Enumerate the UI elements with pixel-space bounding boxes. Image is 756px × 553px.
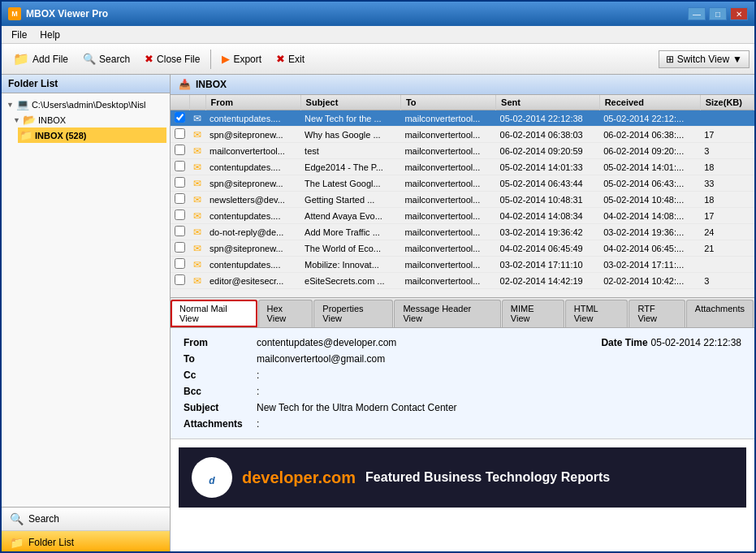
table-row[interactable]: ✉ contentupdates.... Edge2014 - The P...…	[171, 159, 754, 175]
close-button[interactable]: ✕	[730, 7, 748, 20]
row-checkbox-cell[interactable]	[171, 224, 189, 240]
col-received[interactable]: Received	[599, 95, 700, 110]
row-checkbox-cell[interactable]	[171, 208, 189, 224]
row-checkbox[interactable]	[175, 226, 185, 236]
email-icon: ✉	[193, 162, 201, 173]
tab-hex_view[interactable]: Hex View	[258, 300, 313, 327]
table-row[interactable]: ✉ contentupdates.... Attend Avaya Evo...…	[171, 208, 754, 224]
table-row[interactable]: ✉ spn@sitepronew... The World of Eco... …	[171, 240, 754, 257]
row-from: contentupdates....	[205, 110, 300, 127]
row-sent: 02-02-2014 14:42:19	[496, 273, 600, 289]
export-button[interactable]: ▶ Export	[215, 50, 268, 67]
row-icon-cell: ✉	[189, 127, 205, 143]
close-file-button[interactable]: ✖ Close File	[138, 50, 206, 67]
exit-button[interactable]: ✖ Exit	[270, 50, 311, 67]
svg-text:d: d	[209, 475, 215, 486]
minimize-button[interactable]: —	[688, 7, 706, 20]
table-row[interactable]: ✉ mailconvertertool... test mailconverte…	[171, 143, 754, 159]
preview-body: d developer.com Featured Business Techno…	[171, 439, 754, 553]
row-checkbox-cell[interactable]	[171, 159, 189, 175]
row-checkbox[interactable]	[175, 112, 185, 123]
row-checkbox[interactable]	[175, 177, 185, 188]
row-sent: 05-02-2014 22:12:38	[496, 110, 600, 127]
col-from[interactable]: From	[205, 95, 300, 110]
row-size: 3	[700, 273, 754, 289]
datetime-label: Date Time	[575, 337, 648, 348]
tree-node-inbox[interactable]: 📁 INBOX (528)	[18, 127, 166, 143]
email-list[interactable]: From Subject To Sent Received Size(KB) ✉…	[171, 95, 754, 298]
row-checkbox[interactable]	[175, 193, 185, 204]
row-checkbox[interactable]	[175, 161, 185, 171]
table-row[interactable]: ✉ editor@esitesecr... eSiteSecrets.com .…	[171, 273, 754, 289]
table-row[interactable]: ✉ contentupdates.... New Tech for the ..…	[171, 110, 754, 127]
app-icon: M	[8, 7, 21, 20]
brand-name: developer.com	[242, 469, 356, 487]
row-checkbox-cell[interactable]	[171, 110, 189, 127]
tab-attachments[interactable]: Attachments	[686, 300, 754, 327]
folder-tree: ▼ 💻 C:\Users\admin\Desktop\Nisl ▼ 📂 INBO…	[2, 93, 170, 507]
search-bottom-button[interactable]: 🔍 Search	[2, 508, 170, 531]
tab-properties_view[interactable]: Properties View	[313, 300, 393, 327]
switch-view-button[interactable]: ⊞ Switch View ▼	[659, 50, 750, 68]
preview-subject-row: Subject New Tech for the Ultra Modern Co…	[184, 400, 741, 416]
email-preview: From contentupdates@developer.com To mai…	[171, 328, 754, 553]
add-file-button[interactable]: 📁 Add File	[6, 49, 75, 69]
folder-list-bottom-button[interactable]: 📁 Folder List	[2, 531, 170, 553]
row-subject: Getting Started ...	[300, 192, 400, 208]
row-to: mailconvertertool...	[400, 240, 495, 257]
table-row[interactable]: ✉ spn@sitepronew... The Latest Googl... …	[171, 175, 754, 192]
row-checkbox-cell[interactable]	[171, 273, 189, 289]
row-received: 06-02-2014 06:38:...	[599, 127, 700, 143]
row-checkbox[interactable]	[175, 210, 185, 220]
row-checkbox[interactable]	[175, 145, 185, 155]
maximize-button[interactable]: □	[709, 7, 727, 20]
menu-help[interactable]: Help	[33, 28, 67, 42]
row-size: 3	[700, 143, 754, 159]
attachments-value: :	[257, 418, 259, 430]
row-received: 05-02-2014 14:01:...	[599, 159, 700, 175]
email-icon: ✉	[193, 113, 201, 124]
tree-node-drive[interactable]: ▼ 💻 C:\Users\admin\Desktop\Nisl	[5, 97, 166, 112]
row-sent: 04-02-2014 06:45:49	[496, 240, 600, 257]
row-checkbox[interactable]	[175, 274, 185, 285]
preview-cc-row: Cc :	[184, 367, 396, 383]
row-checkbox-cell[interactable]	[171, 192, 189, 208]
row-subject: New Tech for the ...	[300, 110, 400, 127]
preview-left: From contentupdates@developer.com To mai…	[184, 335, 396, 400]
table-row[interactable]: ✉ newsletters@dev... Getting Started ...…	[171, 192, 754, 208]
tab-html_view[interactable]: HTML View	[565, 300, 629, 327]
tree-inbox-label: INBOX	[35, 131, 63, 140]
row-checkbox-cell[interactable]	[171, 143, 189, 159]
menu-file[interactable]: File	[5, 28, 33, 42]
row-to: mailconvertertool...	[400, 175, 495, 192]
row-checkbox-cell[interactable]	[171, 127, 189, 143]
row-to: mailconvertertool...	[400, 273, 495, 289]
col-size[interactable]: Size(KB)	[700, 95, 754, 110]
tree-node-inbox-parent[interactable]: ▼ 📂 INBOX	[11, 112, 166, 127]
row-checkbox-cell[interactable]	[171, 240, 189, 257]
search-button[interactable]: 🔍 Search	[76, 50, 136, 67]
tab-message_header_view[interactable]: Message Header View	[394, 300, 500, 327]
tree-inbox-parent-label: INBOX	[38, 115, 66, 125]
row-checkbox[interactable]	[175, 242, 185, 253]
preview-bcc-row: Bcc :	[184, 383, 396, 400]
row-checkbox[interactable]	[175, 258, 185, 269]
attachments-label: Attachments	[184, 418, 257, 430]
tab-rtf_view[interactable]: RTF View	[629, 300, 685, 327]
subject-label: Subject	[184, 402, 257, 413]
tab-mime_view[interactable]: MIME View	[502, 300, 564, 327]
left-bottom: 🔍 Search 📁 Folder List	[2, 507, 170, 553]
row-checkbox-cell[interactable]	[171, 257, 189, 273]
row-checkbox[interactable]	[175, 128, 185, 139]
col-to[interactable]: To	[400, 95, 495, 110]
switch-view-label: Switch View	[677, 54, 729, 65]
tree-drive-label: C:\Users\admin\Desktop\Nisl	[32, 100, 146, 110]
col-subject[interactable]: Subject	[300, 95, 400, 110]
tab-normal_mail_view[interactable]: Normal Mail View	[171, 300, 257, 327]
table-row[interactable]: ✉ contentupdates.... Mobilize: Innovat..…	[171, 257, 754, 273]
datetime-value: 05-02-2014 22:12:38	[651, 337, 741, 348]
table-row[interactable]: ✉ do-not-reply@de... Add More Traffic ..…	[171, 224, 754, 240]
row-checkbox-cell[interactable]	[171, 175, 189, 192]
table-row[interactable]: ✉ spn@sitepronew... Why has Google ... m…	[171, 127, 754, 143]
col-sent[interactable]: Sent	[496, 95, 600, 110]
